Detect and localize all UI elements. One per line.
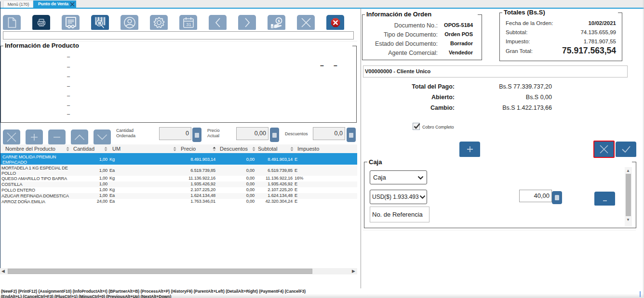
- svg-text:31: 31: [186, 22, 191, 27]
- svg-text:$: $: [278, 19, 280, 23]
